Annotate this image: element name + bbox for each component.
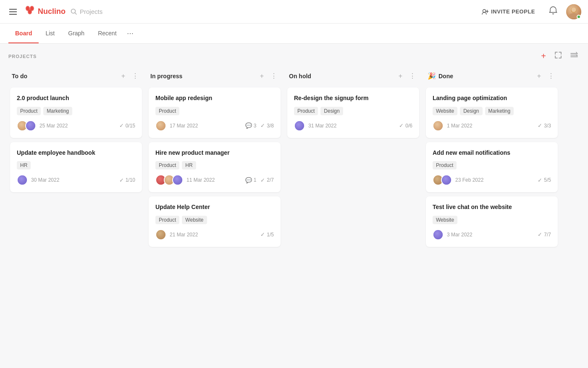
- check-count: 3/8: [267, 123, 274, 129]
- card-title: Re-design the signup form: [294, 94, 412, 103]
- section-label: PROJECTS: [8, 54, 37, 59]
- check-count: 1/10: [126, 177, 135, 183]
- notifications-button[interactable]: [549, 6, 558, 17]
- column-actions-onhold: + ⋮: [397, 71, 417, 81]
- card-stats: ✓ 5/5: [538, 177, 551, 183]
- user-avatar[interactable]: [566, 4, 581, 19]
- check-stat: ✓ 2/7: [260, 177, 274, 183]
- tag: HR: [182, 161, 196, 169]
- column-title-done: 🎉 Done: [428, 72, 453, 80]
- check-icon: ✓: [538, 177, 542, 183]
- tag: Product: [155, 216, 179, 224]
- collapse-button[interactable]: [569, 50, 580, 63]
- tabs-more-button[interactable]: ⋯: [123, 24, 137, 43]
- col-add-todo[interactable]: +: [120, 71, 127, 81]
- tab-list[interactable]: List: [39, 24, 61, 43]
- column-header-todo: To do + ⋮: [10, 68, 142, 86]
- add-column-button[interactable]: +: [539, 50, 548, 63]
- card-employee-handbook[interactable]: Update employee handbook HR 30 Mar 2022 …: [10, 142, 142, 193]
- invite-icon: [482, 8, 488, 15]
- tab-recent[interactable]: Recent: [91, 24, 123, 43]
- done-emoji: 🎉: [428, 72, 436, 80]
- card-footer: 17 Mar 2022 💬 3 ✓ 3/8: [155, 120, 274, 131]
- check-icon: ✓: [260, 122, 265, 129]
- col-menu-todo[interactable]: ⋮: [130, 71, 140, 81]
- check-icon: ✓: [260, 231, 265, 238]
- search-area[interactable]: Projects: [71, 8, 102, 15]
- card-product-launch[interactable]: 2.0 product launch Product Marketing 25 …: [10, 87, 142, 138]
- logo[interactable]: Nuclino: [24, 5, 66, 19]
- col-add-inprogress[interactable]: +: [258, 71, 265, 81]
- card-update-help[interactable]: Update Help Center Product Website 21 Ma…: [149, 196, 281, 247]
- card-mobile-app[interactable]: Mobile app redesign Product 17 Mar 2022 …: [149, 87, 281, 138]
- card-date: 17 Mar 2022: [170, 123, 198, 129]
- card-date: 30 Mar 2022: [31, 177, 59, 183]
- invite-button[interactable]: INVITE PEOPLE: [477, 6, 540, 18]
- card-title: Add new email notifications: [433, 149, 551, 157]
- card-avatars: [155, 229, 166, 240]
- column-header-done: 🎉 Done + ⋮: [426, 68, 558, 86]
- svg-point-4: [31, 7, 33, 10]
- card-meta: 21 Mar 2022: [155, 229, 198, 240]
- svg-line-7: [75, 13, 77, 14]
- card-tags: HR: [17, 161, 135, 169]
- card-date: 1 Mar 2022: [447, 123, 472, 129]
- tab-graph[interactable]: Graph: [61, 24, 91, 43]
- col-menu-done[interactable]: ⋮: [546, 71, 556, 81]
- card-meta: 30 Mar 2022: [17, 175, 59, 185]
- col-add-done[interactable]: +: [536, 71, 543, 81]
- check-icon: ✓: [260, 177, 265, 183]
- card-date: 11 Mar 2022: [186, 177, 215, 183]
- card-hire-pm[interactable]: Hire new product manager Product HR 11 M…: [149, 142, 281, 193]
- card-avatars: [17, 120, 36, 131]
- card-stats: ✓ 1/5: [260, 231, 274, 238]
- card-landing-page[interactable]: Landing page optimization Website Design…: [426, 87, 558, 138]
- card-signup-form[interactable]: Re-design the signup form Product Design…: [287, 87, 419, 138]
- column-actions-done: + ⋮: [536, 71, 556, 81]
- card-meta: 23 Feb 2022: [433, 175, 483, 185]
- card-avatars: [155, 175, 183, 185]
- check-icon: ✓: [538, 231, 542, 238]
- check-count: 1/5: [267, 232, 274, 238]
- card-live-chat[interactable]: Test live chat on the website Website 3 …: [426, 196, 558, 247]
- tab-board[interactable]: Board: [8, 24, 39, 43]
- card-stats: ✓ 0/15: [119, 122, 135, 129]
- check-icon: ✓: [119, 122, 124, 129]
- card-footer: 23 Feb 2022 ✓ 5/5: [433, 175, 551, 185]
- card-meta: 1 Mar 2022: [433, 120, 472, 131]
- col-menu-onhold[interactable]: ⋮: [407, 71, 417, 81]
- tag: Website: [433, 107, 457, 115]
- comment-count: 1: [254, 177, 257, 183]
- card-footer: 1 Mar 2022 ✓ 3/3: [433, 120, 551, 131]
- col-menu-inprogress[interactable]: ⋮: [269, 71, 279, 81]
- card-footer: 30 Mar 2022 ✓ 1/10: [17, 175, 135, 185]
- column-onhold: On hold + ⋮ Re-design the signup form Pr…: [284, 68, 423, 142]
- card-avatars: [433, 175, 452, 185]
- tag: Product: [433, 161, 457, 169]
- column-title-todo: To do: [12, 73, 27, 79]
- card-email-notifications[interactable]: Add new email notifications Product 23 F…: [426, 142, 558, 193]
- column-header-inprogress: In progress + ⋮: [149, 68, 281, 86]
- card-stats: 💬 3 ✓ 3/8: [245, 122, 274, 129]
- card-stats: ✓ 0/6: [399, 122, 412, 129]
- col-add-onhold[interactable]: +: [397, 71, 404, 81]
- search-placeholder: Projects: [80, 8, 102, 15]
- avatar: [155, 229, 166, 240]
- expand-button[interactable]: [553, 50, 564, 63]
- card-tags: Website Design Marketing: [433, 107, 551, 115]
- card-avatars: [155, 120, 166, 131]
- check-stat: ✓ 1/5: [260, 231, 274, 238]
- tag: Product: [155, 161, 179, 169]
- card-footer: 3 Mar 2022 ✓ 7/7: [433, 229, 551, 240]
- avatar: [155, 120, 166, 131]
- check-stat: ✓ 7/7: [538, 231, 551, 238]
- card-meta: 25 Mar 2022: [17, 120, 68, 131]
- card-title: Landing page optimization: [433, 94, 551, 103]
- menu-button[interactable]: [7, 6, 19, 17]
- columns-container: To do + ⋮ 2.0 product launch Product Mar…: [0, 68, 588, 259]
- comment-stat: 💬 3: [245, 122, 257, 129]
- nav-left: Nuclino Projects: [7, 5, 477, 19]
- card-date: 31 Mar 2022: [308, 123, 336, 129]
- tag: Design: [320, 107, 343, 115]
- tag: Product: [294, 107, 318, 115]
